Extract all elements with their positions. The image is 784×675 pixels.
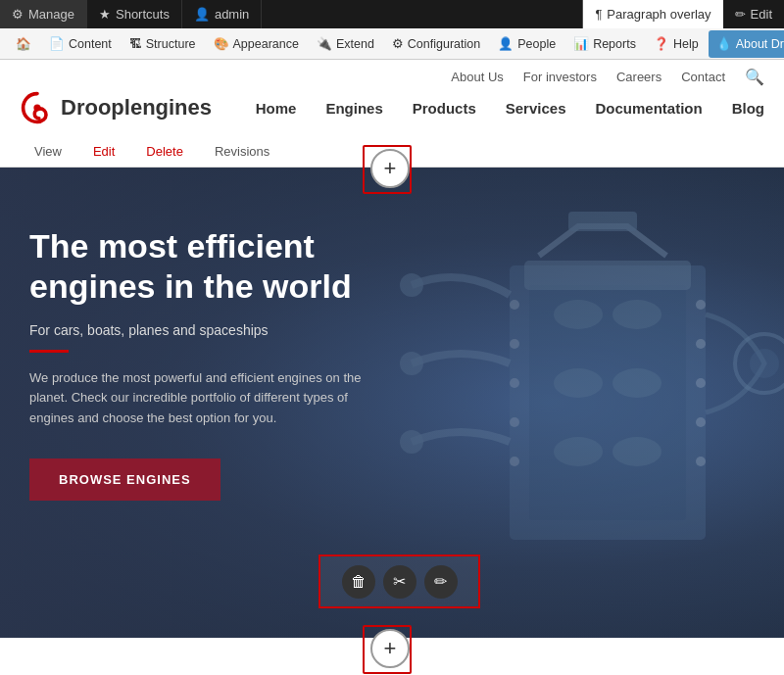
tab-revisions[interactable]: Revisions <box>200 135 284 167</box>
drupal-menu: 🏠 📄 Content 🏗 Structure 🎨 Appearance 🔌 E… <box>0 28 784 60</box>
delete-paragraph-button[interactable]: 🗑 <box>342 565 375 599</box>
hero-section: The most efficient engines in the world … <box>0 168 784 638</box>
paragraph-icon: ¶ <box>595 7 602 22</box>
appearance-label: Appearance <box>233 37 299 51</box>
menu-configuration[interactable]: ⚙ Configuration <box>384 30 488 58</box>
people-icon: 👤 <box>498 36 514 51</box>
tab-edit[interactable]: Edit <box>78 135 129 167</box>
logo-icon <box>20 90 55 125</box>
nav-documentation[interactable]: Documentation <box>596 100 703 117</box>
user-icon: 👤 <box>194 7 210 22</box>
add-paragraph-bottom-button[interactable]: + <box>370 629 410 668</box>
menu-appearance[interactable]: 🎨 Appearance <box>206 30 307 58</box>
structure-label: Structure <box>146 37 196 51</box>
hero-content: The most efficient engines in the world … <box>0 168 392 530</box>
logo-text-bold: engines <box>130 95 212 120</box>
manage-icon: ⚙ <box>12 7 24 22</box>
about-drupal-label: About Droople <box>736 37 784 51</box>
star-icon: ★ <box>99 7 111 22</box>
about-drupal-button[interactable]: 💧 About Droople <box>709 30 784 58</box>
add-paragraph-top-button[interactable]: + <box>370 149 410 188</box>
content-label: Content <box>69 37 112 51</box>
search-icon[interactable]: 🔍 <box>745 68 764 86</box>
menu-people[interactable]: 👤 People <box>490 30 564 58</box>
browse-engines-button[interactable]: BROWSE ENGINES <box>29 458 220 501</box>
nav-engines[interactable]: Engines <box>325 100 382 117</box>
admin-bar-left: ⚙ Manage ★ Shortcuts 👤 admin <box>0 0 262 28</box>
configuration-label: Configuration <box>408 37 480 51</box>
paragraph-overlay-button[interactable]: ¶ Paragraph overlay <box>582 0 722 28</box>
main-nav: Home Engines Products Services Documenta… <box>256 100 764 117</box>
edit-label: Edit <box>751 7 772 22</box>
help-icon: ❓ <box>654 36 669 51</box>
drupal-icon: 💧 <box>716 36 732 51</box>
people-label: People <box>517 37 556 51</box>
top-nav-careers[interactable]: Careers <box>616 70 662 84</box>
nav-services[interactable]: Services <box>506 100 566 117</box>
admin-label: admin <box>215 7 249 22</box>
nav-products[interactable]: Products <box>413 100 476 117</box>
scissors-icon: ✂ <box>393 572 406 591</box>
shortcuts-button[interactable]: ★ Shortcuts <box>87 0 182 28</box>
extend-label: Extend <box>336 37 374 51</box>
top-nav-contact[interactable]: Contact <box>681 70 725 84</box>
structure-icon: 🏗 <box>129 37 142 51</box>
hero-subtitle: For cars, boats, planes and spaceships <box>29 322 363 338</box>
reports-icon: 📊 <box>573 36 589 51</box>
main-header: Drooplengines Home Engines Products Serv… <box>0 90 784 135</box>
menu-structure[interactable]: 🏗 Structure <box>122 30 204 58</box>
admin-bar-right: ¶ Paragraph overlay ✏ Edit <box>582 0 784 28</box>
trash-icon: 🗑 <box>351 573 367 591</box>
home-icon: 🏠 <box>16 36 31 51</box>
paragraph-edit-overlay: 🗑 ✂ ✏ <box>318 554 480 608</box>
manage-label: Manage <box>28 7 74 22</box>
scissors-paragraph-button[interactable]: ✂ <box>383 565 416 599</box>
site-logo[interactable]: Drooplengines <box>20 90 212 125</box>
top-nav-investors[interactable]: For investors <box>523 70 597 84</box>
menu-content[interactable]: 📄 Content <box>41 30 120 58</box>
edit-pencil-icon: ✏ <box>434 572 447 591</box>
svg-point-0 <box>33 104 40 111</box>
admin-bar: ⚙ Manage ★ Shortcuts 👤 admin ¶ Paragraph… <box>0 0 784 28</box>
hero-divider <box>29 350 69 353</box>
manage-button[interactable]: ⚙ Manage <box>0 0 87 28</box>
pencil-icon: ✏ <box>735 7 746 22</box>
menu-help[interactable]: ❓ Help <box>646 30 707 58</box>
logo-text-light: Droopl <box>61 95 130 120</box>
extend-icon: 🔌 <box>317 36 332 51</box>
menu-extend[interactable]: 🔌 Extend <box>309 30 382 58</box>
shortcuts-label: Shortcuts <box>116 7 170 22</box>
content-icon: 📄 <box>49 36 65 51</box>
paragraph-overlay-label: Paragraph overlay <box>607 7 710 22</box>
nav-home[interactable]: Home <box>256 100 297 117</box>
admin-user-button[interactable]: 👤 admin <box>182 0 262 28</box>
appearance-icon: 🎨 <box>214 36 229 51</box>
edit-paragraph-button[interactable]: ✏ <box>424 565 458 599</box>
hero-description: We produce the most powerful and efficie… <box>29 368 363 429</box>
edit-button[interactable]: ✏ Edit <box>723 0 784 28</box>
drupal-menu-end: 💧 About Droople ▶ <box>709 30 784 58</box>
top-nav: About Us For investors Careers Contact 🔍 <box>0 60 784 90</box>
logo-text: Drooplengines <box>61 95 212 121</box>
reports-label: Reports <box>593 37 636 51</box>
top-nav-about[interactable]: About Us <box>451 70 503 84</box>
tab-view[interactable]: View <box>20 135 76 167</box>
menu-reports[interactable]: 📊 Reports <box>565 30 644 58</box>
nav-blog[interactable]: Blog <box>732 100 764 117</box>
tab-delete[interactable]: Delete <box>131 135 198 167</box>
hero-title: The most efficient engines in the world <box>29 226 363 307</box>
configuration-icon: ⚙ <box>392 36 404 51</box>
menu-home-icon[interactable]: 🏠 <box>8 30 39 58</box>
help-label: Help <box>673 37 699 51</box>
